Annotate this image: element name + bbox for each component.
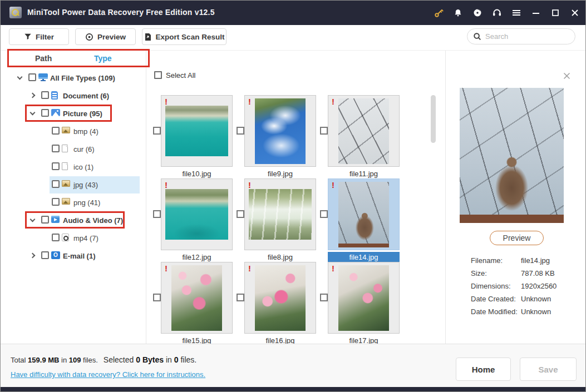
file-card[interactable]: ! file15.jpg — [161, 262, 233, 344]
checkbox[interactable] — [52, 180, 60, 188]
tree-item-label: Audio & Video (7) — [63, 216, 123, 225]
bell-icon[interactable] — [453, 8, 463, 18]
toolbar: Filter Preview Export Scan Result — [1, 25, 585, 51]
detail-label: Size: — [471, 269, 487, 277]
checkbox[interactable] — [237, 127, 244, 135]
detail-label: Filename: — [471, 256, 503, 265]
thumbnail[interactable] — [338, 182, 389, 247]
thumbnail[interactable] — [338, 265, 389, 331]
file-card-selected[interactable]: ! file14.jpg — [328, 178, 400, 267]
file-grid: Select All ! file10.jpg ! file9.jpg ! fi… — [146, 51, 446, 344]
select-all-checkbox[interactable] — [154, 71, 162, 79]
tree-item-jpg[interactable]: jpg (43) — [1, 176, 146, 193]
tree-item-bmp[interactable]: bmp (4) — [1, 122, 146, 140]
checkbox[interactable] — [52, 145, 60, 152]
checkbox[interactable] — [153, 294, 161, 301]
search-input[interactable] — [485, 32, 563, 41]
picture-icon — [51, 109, 60, 116]
alert-icon: ! — [165, 180, 168, 190]
search-box[interactable] — [467, 28, 575, 44]
tree-item-picture[interactable]: Picture (95) — [1, 105, 146, 122]
thumbnail[interactable] — [338, 98, 389, 164]
footer-bar: Total 159.9 MB in 109 files.Selected 0 B… — [1, 344, 585, 388]
file-card[interactable]: ! file8.jpg — [244, 178, 316, 267]
thumbnail[interactable] — [249, 189, 312, 240]
checkbox[interactable] — [52, 127, 60, 135]
file-card[interactable]: ! file10.jpg — [161, 95, 233, 184]
image-file-icon — [62, 127, 70, 133]
grid-scrollbar-thumb[interactable] — [431, 95, 436, 143]
help-link[interactable]: Have difficulty with data recovery? Clic… — [11, 370, 205, 379]
disc-icon[interactable] — [472, 8, 482, 18]
file-card[interactable]: ! file16.jpg — [244, 262, 316, 344]
panel-close-icon[interactable] — [563, 72, 571, 80]
annotation-box-tabs — [7, 49, 150, 67]
tree-item-document[interactable]: Document (6) — [1, 87, 146, 105]
file-card[interactable]: ! file17.jpg — [328, 262, 400, 344]
email-icon — [51, 251, 60, 259]
minimize-icon[interactable] — [531, 8, 541, 18]
tree-item-cur[interactable]: cur (6) — [1, 140, 146, 158]
tree-item-mp4[interactable]: mp4 (7) — [1, 229, 146, 247]
tree-item-label: cur (6) — [73, 145, 95, 153]
detail-label: Dimensions: — [471, 282, 511, 290]
export-scan-result-button[interactable]: Export Scan Result — [142, 28, 226, 45]
checkbox[interactable] — [52, 234, 60, 241]
tab-type[interactable]: Type — [94, 54, 112, 63]
filter-button[interactable]: Filter — [9, 28, 69, 45]
detail-row-filename: Filename: file14.jpg — [471, 256, 582, 267]
key-icon[interactable] — [434, 8, 444, 18]
tree-item-ico[interactable]: ico (1) — [1, 158, 146, 176]
checkbox[interactable] — [320, 294, 328, 301]
tab-path[interactable]: Path — [35, 54, 52, 63]
checkbox[interactable] — [237, 294, 244, 301]
checkbox[interactable] — [41, 216, 49, 224]
summary-text: Total 159.9 MB in 109 files.Selected 0 B… — [11, 355, 196, 364]
checkbox[interactable] — [320, 210, 328, 218]
tree-item-label: Picture (95) — [63, 110, 102, 118]
maximize-icon[interactable] — [550, 8, 560, 18]
home-button[interactable]: Home — [456, 358, 511, 381]
chevron-down-icon[interactable] — [17, 75, 23, 80]
chevron-down-icon[interactable] — [30, 217, 36, 222]
thumbnail[interactable] — [255, 98, 306, 164]
file-card[interactable]: ! file12.jpg — [161, 178, 233, 267]
tree-item-email[interactable]: E-mail (1) — [1, 247, 146, 265]
preview-button[interactable]: Preview — [75, 28, 136, 45]
menu-icon[interactable] — [511, 8, 521, 18]
checkbox[interactable] — [237, 210, 244, 218]
thumbnail[interactable] — [165, 189, 228, 240]
tree-item-all-file-types[interactable]: All File Types (109) — [1, 69, 146, 87]
tree-item-label: jpg (43) — [73, 181, 98, 189]
thumbnail[interactable] — [171, 265, 222, 331]
tree-item-label: mp4 (7) — [73, 234, 99, 242]
save-button[interactable]: Save — [520, 358, 577, 381]
tree-item-png[interactable]: png (41) — [1, 193, 146, 211]
monitor-icon — [38, 73, 48, 82]
headset-icon[interactable] — [492, 8, 502, 18]
chevron-right-icon[interactable] — [30, 93, 36, 98]
checkbox[interactable] — [153, 127, 161, 135]
checkbox[interactable] — [52, 162, 60, 170]
checkbox[interactable] — [52, 198, 60, 206]
detail-row-date-created: Date Created: Unknown — [471, 295, 582, 306]
checkbox[interactable] — [41, 251, 49, 259]
file-card[interactable]: ! file9.jpg — [244, 95, 316, 184]
checkbox[interactable] — [320, 127, 328, 135]
preview-pill-button[interactable]: Preview — [490, 231, 544, 245]
close-icon[interactable] — [570, 8, 580, 18]
file-name: file17.jpg — [328, 336, 400, 344]
checkbox[interactable] — [28, 73, 36, 81]
app-title: MiniTool Power Data Recovery Free Editio… — [27, 8, 215, 17]
checkbox[interactable] — [41, 109, 49, 117]
thumbnail[interactable] — [165, 106, 228, 156]
chevron-right-icon[interactable] — [30, 253, 36, 259]
tree-item-audio-video[interactable]: Audio & Video (7) — [1, 211, 146, 229]
file-icon — [62, 162, 68, 170]
chevron-down-icon[interactable] — [30, 110, 36, 116]
thumbnail[interactable] — [255, 265, 306, 331]
file-card[interactable]: ! file11.jpg — [328, 95, 400, 184]
checkbox[interactable] — [41, 91, 49, 99]
summary-segment: Total — [11, 356, 28, 364]
checkbox[interactable] — [153, 210, 161, 218]
